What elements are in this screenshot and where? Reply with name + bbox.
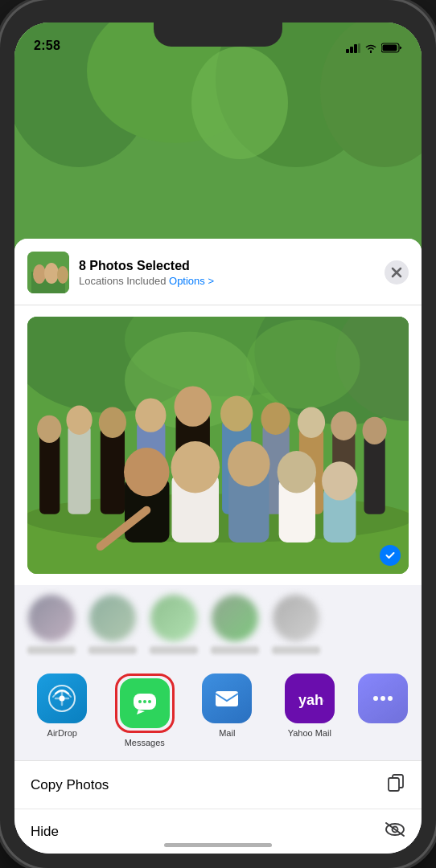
mail-label: Mail [219,728,235,738]
contact-name-2 [88,646,137,654]
svg-rect-3 [358,43,360,53]
svg-point-69 [363,417,387,444]
more-svg [368,684,397,713]
svg-point-79 [322,461,357,500]
contact-name-3 [150,646,198,654]
svg-point-57 [135,399,166,432]
svg-point-77 [278,451,316,493]
phone-frame: 2:58 [0,0,436,868]
airdrop-icon [37,674,87,723]
hide-label: Hide [31,824,59,840]
svg-point-83 [138,700,142,703]
main-photo-svg [27,317,409,574]
status-time: 2:58 [34,39,60,53]
yahoo-label: Yahoo Mail [288,728,331,738]
home-indicator [164,843,272,847]
contact-name-5 [272,646,320,654]
close-icon [391,267,402,278]
app-item-messages[interactable]: Messages [104,674,187,747]
svg-point-75 [228,441,269,486]
svg-point-53 [66,406,92,435]
apps-row: AirDrop [14,664,422,761]
contact-name-1 [27,646,76,654]
svg-point-67 [331,411,356,440]
contact-avatar-5 [273,595,319,641]
copy-photos-row[interactable]: Copy Photos [14,761,422,809]
contact-item-4[interactable] [211,595,259,654]
svg-rect-50 [39,433,60,514]
svg-point-71 [124,448,169,497]
svg-point-81 [60,696,65,702]
messages-label: Messages [125,738,165,747]
hide-icon [385,821,405,841]
contacts-row [14,585,422,664]
svg-point-55 [99,407,126,438]
airdrop-label: AirDrop [47,728,77,738]
hide-icon-svg [385,821,405,837]
main-photo [27,317,409,574]
app-item-more[interactable] [351,674,415,723]
svg-rect-68 [364,435,385,514]
copy-photos-label: Copy Photos [31,777,109,793]
svg-point-59 [175,386,212,426]
app-item-airdrop[interactable]: AirDrop [21,674,104,738]
signal-icon [346,43,360,53]
photo-checkmark [380,545,401,566]
svg-point-65 [298,407,325,438]
app-item-yahoo[interactable]: yahoo! Yahoo Mail [269,674,352,738]
messages-svg [130,689,159,718]
svg-point-61 [220,395,253,431]
svg-point-84 [143,700,146,703]
close-button[interactable] [385,260,409,285]
mail-icon [202,674,252,723]
share-thumbnail [27,252,69,293]
svg-point-39 [44,263,59,284]
svg-text:yahoo!: yahoo! [298,692,324,708]
svg-point-73 [171,441,220,493]
actions-section: Copy Photos Hide [14,761,422,854]
phone-screen: 2:58 [14,23,422,854]
share-title: 8 Photos Selected [79,259,375,273]
svg-point-11 [191,47,288,159]
notch [154,23,282,47]
contact-item-5[interactable] [272,595,320,654]
svg-rect-92 [389,778,399,791]
more-icon [358,674,408,723]
contact-avatar-3 [150,595,197,641]
contact-item-2[interactable] [88,595,137,654]
svg-point-63 [261,403,290,435]
svg-point-85 [148,700,151,703]
messages-icon [120,678,170,728]
contact-avatar-2 [89,595,136,641]
status-icons [346,43,402,53]
svg-rect-52 [68,425,90,514]
svg-point-89 [380,696,385,701]
copy-icon [386,773,405,796]
contact-avatar-1 [28,595,75,641]
wifi-icon [364,43,377,53]
locations-text: Locations Included [79,275,169,287]
svg-rect-0 [346,49,349,53]
options-link[interactable]: Options > [169,275,214,287]
yahoo-icon: yahoo! [285,674,335,723]
messages-highlight-ring [115,674,175,733]
contact-item-3[interactable] [150,595,198,654]
share-subtitle: Locations Included Options > [79,275,375,287]
svg-rect-5 [383,45,397,51]
svg-point-51 [37,416,61,443]
contact-item-1[interactable] [27,595,76,654]
share-card: 8 Photos Selected Locations Included Opt… [14,239,422,854]
svg-point-47 [246,320,360,409]
svg-rect-54 [101,428,125,514]
photo-strip [14,305,422,585]
svg-point-88 [373,696,378,701]
contact-name-4 [211,646,259,654]
contact-avatar-4 [212,595,258,641]
svg-rect-2 [354,44,357,53]
yahoo-svg: yahoo! [295,684,324,713]
svg-rect-86 [216,691,238,706]
checkmark-icon [385,550,396,561]
svg-point-40 [57,266,68,284]
app-item-mail[interactable]: Mail [186,674,269,738]
share-sheet: 8 Photos Selected Locations Included Opt… [14,239,422,854]
